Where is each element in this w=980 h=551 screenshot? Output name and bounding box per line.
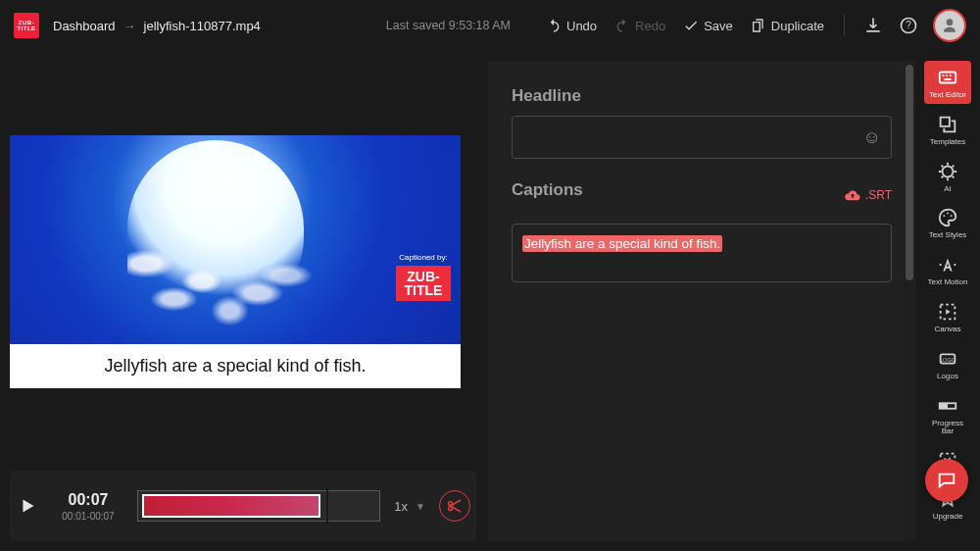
keyboard-icon: [937, 67, 958, 88]
download-button[interactable]: [858, 11, 888, 40]
timeline-clip[interactable]: [142, 494, 320, 518]
time-range: 00:01-00:07: [53, 511, 123, 522]
undo-label: Undo: [566, 19, 597, 33]
tool-ai[interactable]: AI: [924, 155, 971, 198]
help-icon: ?: [899, 16, 918, 35]
tool-label: Text Motion: [928, 278, 968, 287]
redo-label: Redo: [635, 19, 665, 33]
captions-label: Captions: [512, 180, 583, 200]
topbar: ZUB-TITLE Dashboard → jellyfish-110877.m…: [0, 0, 980, 51]
tool-label: AI: [944, 185, 952, 194]
svg-point-5: [947, 213, 949, 215]
divider: [844, 15, 845, 36]
headline-input[interactable]: ☺: [512, 116, 892, 159]
chat-fab[interactable]: [925, 459, 968, 502]
preview-column: Captioned by: ZUB- TITLE Jellyfish are a…: [0, 51, 488, 551]
duplicate-label: Duplicate: [771, 19, 824, 33]
tool-text-styles[interactable]: Text Styles: [924, 201, 971, 244]
brand-logo[interactable]: ZUB-TITLE: [14, 13, 39, 38]
svg-text:LOGO: LOGO: [940, 357, 956, 363]
svg-point-3: [943, 166, 954, 176]
user-icon: [940, 16, 959, 35]
cloud-upload-icon: [844, 188, 861, 202]
playback-controls: 00:07 00:01-00:07 1x ▼: [10, 471, 476, 541]
undo-button[interactable]: Undo: [540, 14, 603, 37]
speed-select[interactable]: 1x ▼: [394, 499, 425, 514]
progress-icon: [937, 395, 958, 417]
check-icon: [683, 18, 699, 33]
current-time: 00:07: [53, 491, 123, 509]
playhead[interactable]: [326, 487, 328, 525]
svg-rect-2: [940, 73, 956, 83]
download-icon: [863, 16, 883, 35]
tool-label: Canvas: [934, 326, 960, 334]
preview-caption: Jellyfish are a special kind of fish.: [10, 344, 461, 388]
save-label: Save: [704, 19, 733, 33]
caption-line[interactable]: Jellyfish are a special kind of fish.: [522, 235, 722, 252]
chevron-right-icon: →: [123, 19, 136, 33]
tool-canvas[interactable]: Canvas: [924, 295, 971, 338]
svg-rect-10: [940, 403, 948, 409]
tool-label: Text Editor: [929, 91, 966, 100]
watermark-logo: ZUB- TITLE: [396, 266, 451, 301]
avatar[interactable]: [933, 9, 966, 42]
top-actions: Undo Redo Save Duplicate ?: [540, 9, 966, 42]
video-preview[interactable]: Captioned by: ZUB- TITLE Jellyfish are a…: [10, 135, 461, 388]
tool-templates[interactable]: Templates: [924, 108, 971, 151]
logo-icon: LOGO: [937, 348, 958, 370]
duplicate-button[interactable]: Duplicate: [745, 14, 830, 37]
redo-icon: [614, 18, 630, 33]
svg-point-4: [943, 216, 945, 218]
chevron-down-icon: ▼: [416, 501, 425, 512]
svg-point-6: [951, 216, 953, 218]
last-saved-label: Last saved 9:53:18 AM: [386, 19, 511, 32]
speed-value: 1x: [394, 499, 408, 514]
help-button[interactable]: ?: [894, 11, 923, 40]
cut-button[interactable]: [439, 490, 470, 522]
canvas-icon: [937, 301, 958, 323]
emoji-picker-icon[interactable]: ☺: [863, 127, 881, 148]
save-button[interactable]: Save: [677, 14, 739, 37]
breadcrumb-root[interactable]: Dashboard: [53, 19, 116, 33]
tool-progress-bar[interactable]: Progress Bar: [924, 389, 971, 441]
breadcrumb: Dashboard → jellyfish-110877.mp4: [53, 19, 261, 33]
tool-label: Progress Bar: [926, 420, 969, 437]
jellyfish-tentacles: [127, 228, 314, 346]
upload-srt-button[interactable]: .SRT: [844, 188, 892, 202]
tool-label: Logos: [937, 373, 958, 381]
ai-icon: [937, 161, 958, 182]
chat-icon: [936, 470, 957, 491]
time-display: 00:07 00:01-00:07: [53, 491, 123, 522]
templates-icon: [937, 114, 958, 135]
text-motion-icon: [937, 254, 958, 276]
timeline[interactable]: [137, 490, 380, 522]
tool-text-editor[interactable]: Text Editor: [924, 61, 971, 104]
tool-label: Templates: [930, 138, 965, 147]
undo-icon: [546, 18, 562, 33]
headline-label: Headline: [512, 86, 892, 106]
tool-text-motion[interactable]: Text Motion: [924, 248, 971, 291]
tool-label: Upgrade: [933, 513, 963, 522]
video-frame: Captioned by: ZUB- TITLE: [10, 135, 461, 344]
watermark: Captioned by: ZUB- TITLE: [396, 253, 451, 301]
captions-input[interactable]: Jellyfish are a special kind of fish.: [512, 224, 892, 282]
redo-button[interactable]: Redo: [609, 14, 671, 37]
watermark-label: Captioned by:: [396, 253, 451, 262]
breadcrumb-file: jellyfish-110877.mp4: [144, 19, 261, 33]
scissors-icon: [446, 497, 464, 515]
editor-panel: Headline ☺ Captions .SRT Jellyfish are a…: [488, 61, 915, 541]
copy-icon: [751, 18, 766, 33]
tool-label: Text Styles: [929, 231, 967, 240]
svg-text:?: ?: [906, 20, 911, 30]
palette-icon: [937, 207, 958, 228]
srt-label: .SRT: [865, 188, 892, 202]
tool-logos[interactable]: LOGO Logos: [924, 342, 971, 385]
scrollbar-thumb[interactable]: [906, 65, 913, 280]
play-button[interactable]: [16, 495, 39, 517]
panel-scrollbar[interactable]: [904, 61, 915, 541]
tool-rail: Text Editor Templates AI Text Styles Tex…: [915, 51, 980, 551]
play-icon: [17, 495, 38, 517]
